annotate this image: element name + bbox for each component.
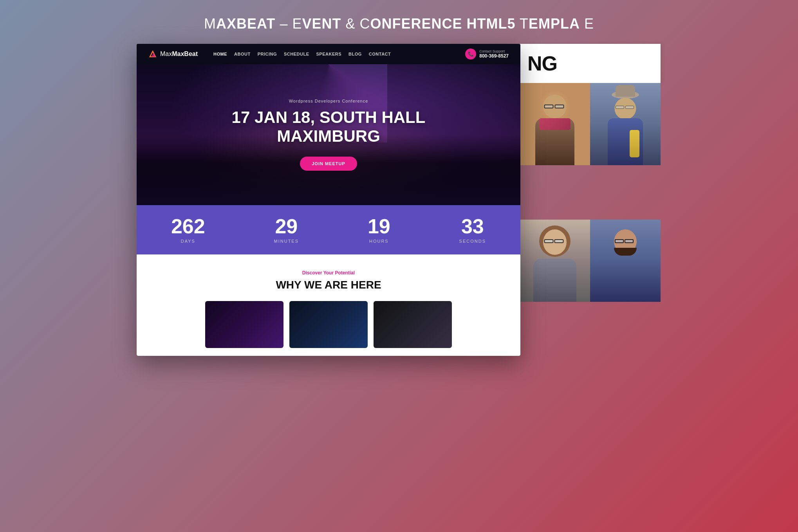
contact-support-text: Contact Support 800-369-8527 [479, 49, 509, 59]
page-title: MAXBEAT – EVENT & CONFERENCE HTML5 TEMPL… [0, 0, 798, 44]
coming-text: NG [527, 52, 557, 75]
nav-blog[interactable]: BLOG [348, 52, 362, 56]
countdown-minutes: 29 MINUTES [274, 216, 299, 243]
countdown-section: 262 DAYS 29 MINUTES 19 HOURS 33 SECONDS [137, 205, 520, 254]
phone-icon: 📞 [465, 49, 476, 60]
contact-support-label: Contact Support [479, 49, 509, 53]
main-container: MaxMaxBeat HOME ABOUT PRICING SCHEDULE S… [137, 44, 661, 356]
speakers-grid [520, 83, 661, 356]
speaker-photo-1 [520, 83, 590, 165]
card-overlay-1 [205, 301, 283, 348]
days-value: 262 [171, 216, 205, 236]
countdown-hours: 19 HOURS [368, 216, 390, 243]
person-2 [590, 83, 661, 165]
logo-text: MaxMaxBeat [160, 50, 198, 58]
countdown-seconds: 33 SECONDS [459, 216, 486, 243]
hero-title-line2: Maximburg [277, 127, 380, 145]
hero-subtitle: Wordpress Developers Conference [289, 99, 368, 103]
speaker-photo-2 [590, 83, 661, 165]
navbar: MaxMaxBeat HOME ABOUT PRICING SCHEDULE S… [137, 44, 520, 64]
card-overlay-2 [289, 301, 368, 348]
why-card-2 [289, 301, 368, 348]
seconds-value: 33 [461, 216, 484, 236]
person-1 [520, 83, 590, 165]
coming-text-area: NG [520, 44, 661, 83]
nav-about[interactable]: ABOUT [234, 52, 251, 56]
right-panel: NG [520, 44, 661, 356]
hero-title: 17 Jan 18, South Hall Maximburg [232, 108, 426, 146]
hero-title-line1: 17 Jan 18, South Hall [232, 108, 426, 126]
why-cards [148, 301, 509, 348]
logo-area: MaxMaxBeat [148, 50, 198, 58]
nav-contact[interactable]: CONTACT [369, 52, 391, 56]
contact-support: 📞 Contact Support 800-369-8527 [465, 49, 509, 60]
days-label: DAYS [181, 239, 195, 243]
nav-speakers[interactable]: SPEAKERS [316, 52, 342, 56]
minutes-value: 29 [275, 216, 298, 236]
hero-section: Wordpress Developers Conference 17 Jan 1… [137, 64, 520, 205]
why-tagline: Discover Your Potential [148, 270, 509, 276]
nav-home[interactable]: HOME [213, 52, 227, 56]
logo-icon [148, 50, 157, 58]
person-3 [520, 220, 590, 302]
countdown-days: 262 DAYS [171, 216, 205, 243]
minutes-label: MINUTES [274, 239, 299, 243]
why-section: Discover Your Potential WHY WE ARE HERE [137, 254, 520, 356]
title-text: MAXBEAT – EVENT & CONFERENCE HTML5 TEMPL… [204, 16, 594, 32]
nav-links: HOME ABOUT PRICING SCHEDULE SPEAKERS BLO… [213, 52, 457, 56]
seconds-label: SECONDS [459, 239, 486, 243]
speaker-photo-4 [590, 220, 661, 302]
contact-number: 800-369-8527 [479, 53, 509, 59]
speaker-photo-3 [520, 220, 590, 302]
nav-pricing[interactable]: PRICING [258, 52, 277, 56]
website-preview: MaxMaxBeat HOME ABOUT PRICING SCHEDULE S… [137, 44, 520, 356]
why-card-1 [205, 301, 283, 348]
nav-schedule[interactable]: SCHEDULE [284, 52, 309, 56]
why-title: WHY WE ARE HERE [148, 279, 509, 291]
person-4 [590, 220, 661, 302]
hours-label: HOURS [369, 239, 389, 243]
card-overlay-3 [374, 301, 452, 348]
join-meetup-button[interactable]: JOIN MEETUP [300, 157, 357, 171]
why-card-3 [374, 301, 452, 348]
hours-value: 19 [368, 216, 390, 236]
